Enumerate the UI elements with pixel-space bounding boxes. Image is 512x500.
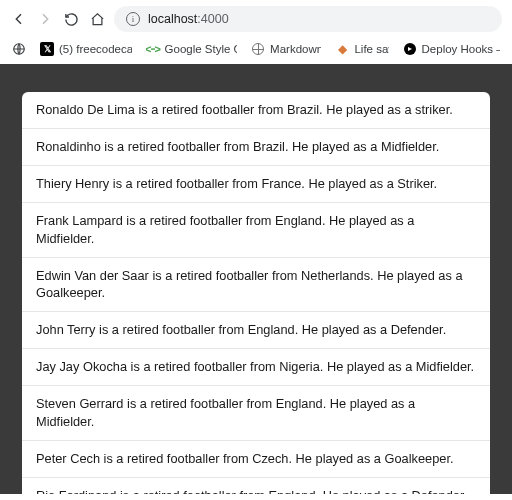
dev-icon: ◆: [335, 42, 349, 56]
list-item: Edwin Van der Saar is a retired football…: [22, 258, 490, 313]
bookmark-markdown[interactable]: Markdown Tut: [251, 42, 321, 56]
list-item: Thiery Henry is a retired footballer fro…: [22, 166, 490, 203]
bookmark-label: Deploy Hooks – Ve...: [422, 43, 500, 55]
address-text: localhost:4000: [148, 12, 229, 26]
angle-brackets-icon: <··>: [146, 42, 160, 56]
list-item: Jay Jay Okocha is a retired footballer f…: [22, 349, 490, 386]
list-item: Peter Cech is a retired footballer from …: [22, 441, 490, 478]
home-button[interactable]: [88, 10, 106, 28]
address-port: :4000: [197, 12, 228, 26]
forward-button[interactable]: [36, 10, 54, 28]
list-item: Rio Ferdinand is a retired footballer fr…: [22, 478, 490, 494]
x-icon: 𝕏: [40, 42, 54, 56]
site-info-icon[interactable]: i: [126, 12, 140, 26]
bookmark-label: (5) freecodecamp...: [59, 43, 132, 55]
apps-icon[interactable]: [12, 42, 26, 56]
browser-toolbar: i localhost:4000: [0, 0, 512, 38]
list-item: Frank Lampard is a retired footballer fr…: [22, 203, 490, 258]
address-bar[interactable]: i localhost:4000: [114, 6, 502, 32]
list-item: Ronaldo De Lima is a retired footballer …: [22, 92, 490, 129]
bookmark-label: Life saver: [354, 43, 388, 55]
reload-button[interactable]: [62, 10, 80, 28]
bookmark-google-style[interactable]: <··> Google Style Guide: [146, 42, 238, 56]
bookmark-label: Google Style Guide: [165, 43, 238, 55]
back-button[interactable]: [10, 10, 28, 28]
bookmark-life-saver[interactable]: ◆ Life saver: [335, 42, 388, 56]
browser-chrome: i localhost:4000 𝕏 (5) freecodecamp... <…: [0, 0, 512, 64]
globe-icon: [251, 42, 265, 56]
bookmark-deploy-hooks[interactable]: Deploy Hooks – Ve...: [403, 42, 500, 56]
bookmarks-bar: 𝕏 (5) freecodecamp... <··> Google Style …: [0, 38, 512, 64]
bookmark-freecodecamp[interactable]: 𝕏 (5) freecodecamp...: [40, 42, 132, 56]
list-item: Ronaldinho is a retired footballer from …: [22, 129, 490, 166]
list-item: John Terry is a retired footballer from …: [22, 312, 490, 349]
list-item: Steven Gerrard is a retired footballer f…: [22, 386, 490, 441]
page-viewport: Ronaldo De Lima is a retired footballer …: [0, 64, 512, 494]
vercel-icon: [403, 42, 417, 56]
bookmark-label: Markdown Tut: [270, 43, 321, 55]
address-host: localhost: [148, 12, 197, 26]
players-card: Ronaldo De Lima is a retired footballer …: [22, 92, 490, 494]
